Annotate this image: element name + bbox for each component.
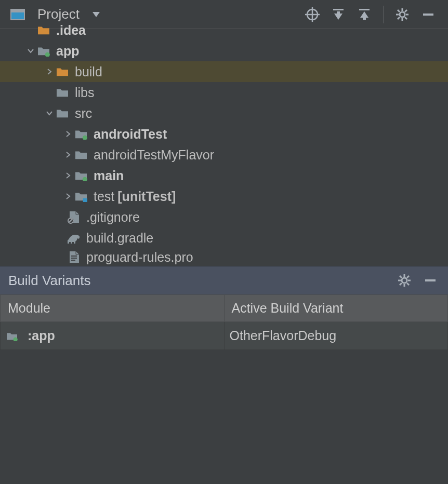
folder-icon	[74, 147, 88, 162]
gear-icon[interactable]	[395, 271, 414, 290]
text-file-icon	[67, 250, 81, 264]
chevron-down-icon[interactable]	[25, 47, 36, 55]
project-tree[interactable]: .idea app build libs	[0, 29, 448, 266]
module-folder-icon	[36, 44, 51, 58]
tree-item-label: .gitignore	[86, 210, 140, 225]
tree-item-suffix: [unitTest]	[117, 189, 176, 204]
chevron-down-icon[interactable]	[44, 110, 55, 117]
tree-item-label: test	[94, 189, 114, 204]
tree-item-test[interactable]: test [unitTest]	[0, 186, 448, 207]
tree-item-label: app	[56, 44, 79, 59]
folder-icon	[55, 85, 70, 100]
module-folder-icon	[6, 331, 18, 341]
table-row[interactable]: :app OtherFlavorDebug	[1, 322, 448, 350]
active-variant-cell[interactable]: OtherFlavorDebug	[224, 322, 448, 350]
folder-icon	[55, 106, 70, 120]
chevron-right-icon[interactable]	[62, 172, 74, 179]
chevron-right-icon[interactable]	[62, 193, 74, 200]
tree-item-gitignore[interactable]: .gitignore	[0, 207, 448, 227]
tree-item-label: proguard-rules.pro	[86, 250, 193, 265]
tree-item-libs[interactable]: libs	[0, 82, 448, 103]
gradle-file-icon	[67, 231, 81, 245]
chevron-right-icon[interactable]	[62, 130, 74, 138]
module-folder-icon	[74, 168, 88, 183]
tree-item-build[interactable]: build	[0, 61, 448, 82]
tree-item-label: androidTestMyFlavor	[94, 147, 214, 163]
window-icon	[10, 7, 25, 22]
column-header-module[interactable]: Module	[1, 295, 225, 322]
build-variants-table: Module Active Build Variant :app OtherFl…	[0, 294, 448, 350]
chevron-right-icon[interactable]	[44, 68, 55, 75]
tree-item-label: build	[75, 64, 102, 79]
tree-item-label: .idea	[56, 23, 86, 38]
tree-item-label: build.gradle	[86, 231, 153, 246]
build-variants-header: Build Variants	[0, 266, 448, 294]
column-header-active-variant[interactable]: Active Build Variant	[224, 295, 448, 322]
tree-item[interactable]: .idea	[0, 20, 448, 41]
folder-icon	[55, 64, 70, 79]
tree-item-label: main	[94, 168, 124, 183]
module-name: :app	[28, 328, 55, 343]
chevron-right-icon[interactable]	[62, 151, 74, 158]
tree-item-label: libs	[75, 85, 95, 100]
tree-item-app[interactable]: app	[0, 41, 448, 61]
folder-icon	[36, 23, 51, 37]
tree-item-main[interactable]: main	[0, 165, 448, 186]
minimize-icon[interactable]	[421, 271, 440, 290]
gitignore-file-icon	[67, 210, 81, 224]
tree-item-androidtest[interactable]: androidTest	[0, 124, 448, 144]
build-variants-title: Build Variants	[8, 273, 91, 289]
tree-item-label: src	[75, 106, 92, 121]
active-variant-value: OtherFlavorDebug	[230, 328, 337, 343]
tree-item-label: androidTest	[94, 127, 167, 142]
module-folder-icon	[74, 127, 88, 141]
tree-item-src[interactable]: src	[0, 103, 448, 124]
tree-item-proguard[interactable]: proguard-rules.pro	[0, 248, 448, 266]
build-variants-empty-area	[0, 350, 448, 484]
test-folder-icon	[74, 189, 88, 204]
module-cell: :app	[1, 322, 225, 350]
tree-item-androidtestmyflavor[interactable]: androidTestMyFlavor	[0, 144, 448, 165]
tree-item-buildgradle[interactable]: build.gradle	[0, 227, 448, 248]
